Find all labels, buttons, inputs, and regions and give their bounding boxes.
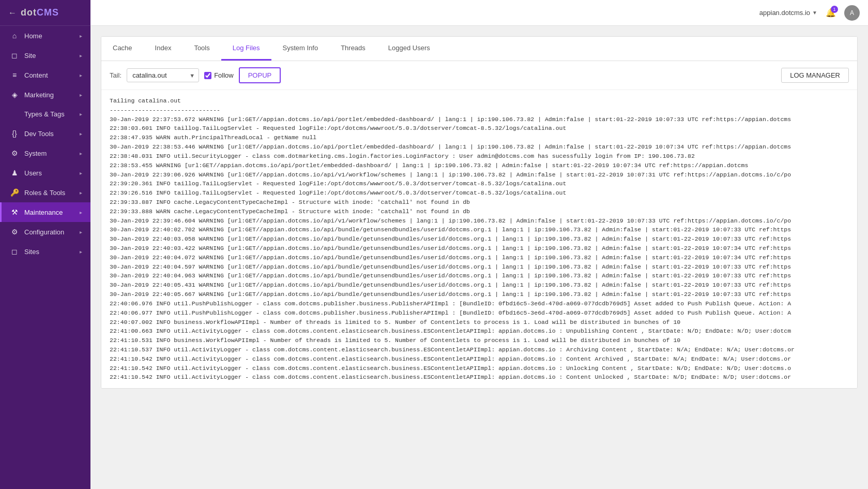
user-avatar[interactable]: A	[844, 5, 860, 21]
nav-arrow-system: ▸	[80, 151, 82, 156]
tail-select-wrap: catalina.outdotcms.logvelocity.logdotcms…	[127, 68, 199, 82]
sidebar-item-roles-tools[interactable]: 🔑 Roles & Tools ▸	[0, 183, 90, 202]
nav-label-site: Site	[24, 52, 36, 60]
notification-bell[interactable]: 🔔 1	[824, 6, 838, 20]
nav-label-sites: Sites	[24, 248, 39, 256]
avatar-initials: A	[850, 9, 854, 17]
sidebar-nav: ⌂ Home ▸ ◻ Site ▸ ≡ Content ▸ ◈ Marketin…	[0, 26, 90, 261]
sidebar-item-content[interactable]: ≡ Content ▸	[0, 65, 90, 85]
sidebar-item-types-tags[interactable]: Types & Tags ▸	[0, 105, 90, 124]
sidebar-item-dev-tools[interactable]: {} Dev Tools ▸	[0, 124, 90, 143]
popup-button[interactable]: POPUP	[239, 67, 281, 83]
maintenance-panel: CacheIndexToolsLog FilesSystem InfoThrea…	[101, 36, 858, 389]
follow-label: Follow	[214, 71, 234, 79]
main-content: CacheIndexToolsLog FilesSystem InfoThrea…	[90, 26, 868, 489]
nav-label-roles-tools: Roles & Tools	[24, 189, 65, 197]
nav-label-maintenance: Maintenance	[24, 209, 63, 216]
tab-logged-users[interactable]: Logged Users	[377, 37, 441, 61]
domain-text: appian.dotcms.io	[759, 9, 810, 17]
nav-arrow-configuration: ▸	[80, 229, 82, 235]
nav-label-home: Home	[24, 32, 42, 40]
tab-bar: CacheIndexToolsLog FilesSystem InfoThrea…	[101, 37, 857, 61]
nav-arrow-content: ▸	[80, 72, 82, 78]
nav-icon-sites: ◻	[10, 247, 19, 256]
notification-badge: 1	[831, 6, 838, 13]
nav-arrow-users: ▸	[80, 170, 82, 176]
sidebar-item-system[interactable]: ⚙ System ▸	[0, 143, 90, 163]
sidebar-item-maintenance[interactable]: ⚒ Maintenance ▸	[0, 202, 90, 222]
sidebar-logo: ← dotCMS	[0, 0, 90, 26]
nav-icon-dev-tools: {}	[10, 129, 19, 138]
nav-label-configuration: Configuration	[24, 228, 64, 236]
nav-icon-marketing: ◈	[10, 91, 19, 99]
nav-icon-configuration: ⚙	[10, 228, 19, 236]
nav-icon-content: ≡	[10, 71, 19, 79]
sidebar-item-site[interactable]: ◻ Site ▸	[0, 46, 90, 65]
sidebar-item-sites[interactable]: ◻ Sites ▸	[0, 242, 90, 261]
topbar: appian.dotcms.io ▼ 🔔 1 A	[90, 0, 868, 26]
nav-arrow-roles-tools: ▸	[80, 190, 82, 196]
nav-icon-maintenance: ⚒	[10, 208, 19, 216]
nav-icon-users: ♟	[10, 169, 19, 177]
nav-arrow-site: ▸	[80, 53, 82, 58]
sidebar-item-marketing[interactable]: ◈ Marketing ▸	[0, 85, 90, 105]
tab-cache[interactable]: Cache	[101, 37, 144, 61]
tail-label: Tail:	[110, 71, 121, 79]
nav-label-content: Content	[24, 71, 48, 79]
nav-icon-home: ⌂	[10, 32, 19, 40]
nav-label-users: Users	[24, 169, 42, 177]
back-icon[interactable]: ←	[8, 8, 17, 18]
sidebar-item-users[interactable]: ♟ Users ▸	[0, 163, 90, 183]
nav-arrow-home: ▸	[80, 33, 82, 39]
nav-label-marketing: Marketing	[24, 91, 54, 99]
main-area: appian.dotcms.io ▼ 🔔 1 A CacheIndexTools…	[90, 0, 868, 489]
nav-icon-system: ⚙	[10, 149, 19, 157]
logo-text: dotCMS	[21, 7, 59, 18]
tail-select[interactable]: catalina.outdotcms.logvelocity.logdotcms…	[127, 68, 199, 82]
nav-arrow-types-tags: ▸	[80, 111, 82, 117]
tab-system-info[interactable]: System Info	[271, 37, 330, 61]
nav-arrow-marketing: ▸	[80, 92, 82, 98]
nav-label-types-tags: Types & Tags	[24, 110, 65, 118]
nav-label-dev-tools: Dev Tools	[24, 130, 54, 138]
sidebar-item-home[interactable]: ⌂ Home ▸	[0, 26, 90, 46]
nav-icon-site: ◻	[10, 51, 19, 60]
tab-threads[interactable]: Threads	[329, 37, 377, 61]
nav-label-system: System	[24, 150, 47, 157]
nav-arrow-dev-tools: ▸	[80, 131, 82, 137]
tab-log-files[interactable]: Log Files	[221, 37, 271, 61]
domain-chevron-icon[interactable]: ▼	[812, 10, 817, 16]
nav-icon-roles-tools: 🔑	[10, 188, 19, 197]
tab-tools[interactable]: Tools	[182, 37, 221, 61]
tab-index[interactable]: Index	[144, 37, 183, 61]
nav-arrow-sites: ▸	[80, 249, 82, 255]
log-toolbar: Tail: catalina.outdotcms.logvelocity.log…	[101, 61, 857, 90]
log-output: Tailing catalina.out -------------------…	[101, 90, 857, 388]
log-manager-button[interactable]: LOG MANAGER	[781, 68, 849, 83]
sidebar-item-configuration[interactable]: ⚙ Configuration ▸	[0, 222, 90, 242]
follow-checkbox-label[interactable]: Follow	[204, 71, 234, 79]
topbar-domain: appian.dotcms.io ▼	[759, 9, 817, 17]
follow-checkbox[interactable]	[204, 72, 211, 79]
sidebar: ← dotCMS ⌂ Home ▸ ◻ Site ▸ ≡ Content ▸ ◈…	[0, 0, 90, 489]
nav-arrow-maintenance: ▸	[80, 210, 82, 215]
